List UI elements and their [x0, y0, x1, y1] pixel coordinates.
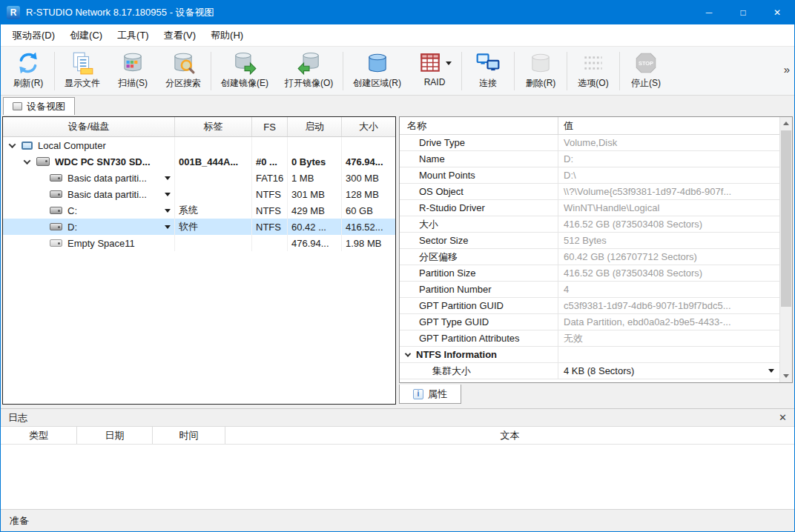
column-header-device[interactable]: 设备/磁盘 — [3, 117, 175, 136]
main-area: 设备/磁盘 标签 FS 启动 大小 Local Computer WDC P — [1, 115, 794, 408]
property-row[interactable]: Mount Points D:\ — [400, 167, 779, 184]
row-dropdown-icon[interactable] — [165, 209, 171, 213]
menu-drives[interactable]: 驱动器(D) — [5, 25, 62, 46]
create-region-button[interactable]: 创建区域(R) — [345, 49, 409, 93]
partition-search-icon — [171, 50, 196, 76]
scroll-down-icon[interactable] — [780, 370, 792, 382]
window-title: R-STUDIO Network 8.17.180955 - 设备视图 — [26, 6, 214, 19]
device-row-local-computer[interactable]: Local Computer — [3, 137, 395, 153]
status-bar: 准备 — [1, 509, 794, 531]
device-view-tab-icon — [13, 102, 22, 110]
log-column-date[interactable]: 日期 — [77, 427, 153, 444]
scroll-up-icon[interactable] — [780, 117, 792, 130]
raid-dropdown-caret[interactable] — [446, 61, 452, 65]
open-image-button[interactable]: 打开镜像(O) — [277, 49, 341, 93]
property-row[interactable]: Sector Size 512 Bytes — [400, 233, 779, 249]
log-title: 日志 — [8, 411, 27, 425]
property-row[interactable]: GPT Type GUID Data Partition, ebd0a0a2-b… — [400, 314, 779, 330]
property-row[interactable]: Drive Type Volume,Disk — [400, 135, 779, 151]
column-header-start[interactable]: 启动 — [288, 117, 342, 136]
expand-chevron-icon[interactable] — [24, 157, 31, 164]
column-header-fs[interactable]: FS — [252, 117, 288, 136]
properties-column-value: 值 — [558, 117, 779, 134]
property-row[interactable]: 分区偏移 60.42 GB (126707712 Sectors) — [400, 249, 779, 265]
toolbar: 刷新(R) 显示文件 扫描(S) 分区搜索 创建镜像(E — [1, 47, 794, 96]
property-group-ntfs-information[interactable]: NTFS Information — [400, 347, 779, 363]
menu-create[interactable]: 创建(C) — [62, 25, 110, 46]
open-image-icon — [297, 50, 322, 76]
toolbar-overflow-chevron[interactable]: » — [784, 63, 790, 76]
device-tree-panel: 设备/磁盘 标签 FS 启动 大小 Local Computer WDC P — [2, 116, 396, 405]
minimize-button[interactable]: ─ — [692, 1, 726, 24]
device-row-basic-partition-2[interactable]: Basic data partiti... NTFS 301 MB 128 MB — [3, 186, 395, 202]
toolbar-separator — [567, 52, 567, 90]
column-header-size[interactable]: 大小 — [342, 117, 395, 136]
collapse-chevron-icon[interactable] — [405, 350, 411, 356]
device-row-basic-partition-1[interactable]: Basic data partiti... FAT16 1 MB 300 MB — [3, 170, 395, 186]
menu-view[interactable]: 查看(V) — [156, 25, 203, 46]
property-row[interactable]: Partition Size 416.52 GB (873503408 Sect… — [400, 265, 779, 282]
log-body — [1, 445, 794, 509]
svg-text:STOP: STOP — [639, 60, 653, 67]
menu-bar: 驱动器(D) 创建(C) 工具(T) 查看(V) 帮助(H) — [1, 24, 794, 47]
log-column-headers: 类型 日期 时间 文本 — [1, 427, 794, 445]
device-row-wdc-disk[interactable]: WDC PC SN730 SD... 001B_444A... #0 ... 0… — [3, 153, 395, 170]
log-column-text[interactable]: 文本 — [225, 427, 794, 444]
properties-scrollbar[interactable] — [779, 117, 792, 382]
toolbar-separator — [211, 52, 211, 90]
property-row[interactable]: 大小 416.52 GB (873503408 Sectors) — [400, 216, 779, 233]
partition-icon — [50, 223, 62, 230]
scan-button[interactable]: 扫描(S) — [108, 49, 157, 93]
row-dropdown-icon[interactable] — [165, 176, 171, 180]
menu-help[interactable]: 帮助(H) — [203, 25, 251, 46]
device-row-empty-space[interactable]: Empty Space11 476.94... 1.98 MB — [3, 235, 395, 251]
hard-disk-icon — [36, 157, 50, 166]
connect-button[interactable]: 连接 — [464, 49, 512, 93]
toolbar-separator — [619, 52, 620, 90]
property-row[interactable]: OS Object \\?\Volume{c53f9381-1d97-4db6-… — [400, 184, 779, 200]
partition-search-button[interactable]: 分区搜索 — [157, 49, 209, 93]
close-button[interactable]: ✕ — [760, 1, 794, 24]
raid-icon — [418, 50, 443, 76]
scrollbar-thumb[interactable] — [781, 130, 791, 307]
log-title-bar: 日志 ✕ — [1, 409, 794, 427]
scan-icon — [120, 50, 145, 76]
show-files-button[interactable]: 显示文件 — [56, 49, 108, 93]
row-dropdown-icon[interactable] — [165, 225, 171, 229]
create-image-button[interactable]: 创建镜像(E) — [213, 49, 277, 93]
property-row[interactable]: GPT Partition Attributes 无效 — [400, 330, 779, 347]
show-files-icon — [70, 50, 95, 76]
property-row[interactable]: GPT Partition GUID c53f9381-1d97-4db6-90… — [400, 298, 779, 314]
log-column-time[interactable]: 时间 — [153, 427, 225, 444]
property-row[interactable]: Name D: — [400, 151, 779, 167]
refresh-button[interactable]: 刷新(R) — [4, 49, 53, 93]
tab-properties-label: 属性 — [428, 388, 447, 401]
raid-button[interactable]: RAID — [409, 49, 460, 93]
delete-button: 删除(R) — [516, 49, 565, 93]
toolbar-separator — [54, 52, 55, 90]
maximize-button[interactable]: □ — [726, 1, 760, 24]
tab-properties[interactable]: i 属性 — [399, 385, 461, 404]
partition-icon — [50, 174, 62, 182]
column-header-label[interactable]: 标签 — [175, 117, 252, 136]
property-row[interactable]: Partition Number 4 — [400, 282, 779, 298]
window-controls: ─ □ ✕ — [692, 1, 794, 24]
row-dropdown-icon[interactable] — [165, 193, 171, 196]
cluster-size-dropdown-icon[interactable] — [768, 369, 774, 373]
toolbar-separator — [461, 52, 462, 90]
device-row-d-drive[interactable]: D: 软件 NTFS 60.42 ... 416.52... — [3, 219, 395, 235]
log-close-icon[interactable]: ✕ — [779, 413, 787, 422]
scrollbar-track[interactable] — [780, 130, 792, 370]
computer-icon — [22, 142, 33, 150]
log-column-type[interactable]: 类型 — [1, 427, 77, 444]
property-row-cluster-size[interactable]: 集群大小 4 KB (8 Sectors) — [400, 363, 779, 379]
property-row[interactable]: R-Studio Driver WinNT\Handle\Logical — [400, 200, 779, 216]
partition-icon — [50, 190, 62, 198]
menu-tools[interactable]: 工具(T) — [110, 25, 156, 46]
toolbar-separator — [514, 52, 515, 90]
connect-icon — [475, 50, 501, 76]
device-row-c-drive[interactable]: C: 系统 NTFS 429 MB 60 GB — [3, 202, 395, 219]
toolbar-separator — [343, 52, 343, 90]
tab-device-view[interactable]: 设备视图 — [3, 97, 75, 115]
expand-chevron-icon[interactable] — [9, 141, 16, 148]
